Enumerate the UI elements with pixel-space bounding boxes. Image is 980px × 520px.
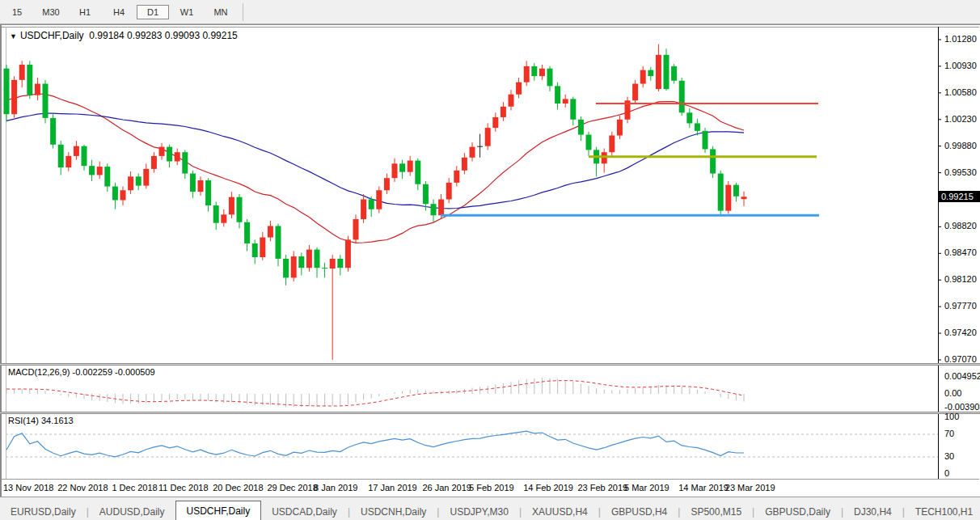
rsi-axis-label: 100 — [944, 412, 959, 421]
date-label: 1 Dec 2018 — [112, 483, 157, 493]
chart-ohlc-values: 0.99184 0.99283 0.99093 0.99215 — [89, 30, 238, 41]
collapse-triangle-icon[interactable]: ▼ — [10, 32, 17, 40]
price-axis-label: 0.97420 — [944, 328, 977, 337]
tab-gbpusd-daily[interactable]: GBPUSD,Daily — [754, 503, 841, 520]
price-axis-label: 1.00230 — [944, 114, 977, 124]
rsi-value: 34.1613 — [41, 416, 74, 425]
price-axis-label: 0.97770 — [944, 301, 977, 311]
tab-eurusd-daily[interactable]: EURUSD,Daily — [0, 503, 87, 520]
toolbar-separator — [243, 3, 243, 21]
trading-platform-window: 15M30H1H4D1W1MN ▼USDCHF,Daily 0.99184 0.… — [0, 0, 980, 520]
tab-usdchf-daily[interactable]: USDCHF,Daily — [175, 501, 262, 520]
timeframe-button-w1[interactable]: W1 — [171, 5, 203, 19]
date-label: 22 Nov 2018 — [57, 483, 108, 493]
tab-usdcad-daily[interactable]: USDCAD,Daily — [261, 503, 348, 520]
date-label: 23 Mar 2019 — [725, 483, 775, 493]
date-label: 11 Dec 2018 — [158, 483, 209, 493]
date-label: 17 Jan 2019 — [368, 483, 417, 493]
tab-dj30-h4[interactable]: DJ30,H4 — [843, 503, 902, 520]
price-axis-label: 0.98120 — [944, 274, 977, 284]
current-price-box: 0.99215 — [939, 191, 980, 202]
date-label: 23 Feb 2019 — [577, 483, 627, 493]
timeframe-button-m30[interactable]: M30 — [35, 5, 67, 19]
date-label: 14 Feb 2019 — [523, 483, 573, 493]
date-label: 29 Dec 2018 — [267, 483, 317, 493]
chart-symbol-label: USDCHF,Daily — [20, 30, 84, 41]
date-label: 14 Mar 2019 — [678, 483, 729, 493]
tab-xauusd-h4[interactable]: XAUUSD,H4 — [522, 503, 598, 520]
price-axis-label: 0.99530 — [944, 167, 977, 177]
chart-tab-bar: EURUSD,Daily|AUDUSD,DailyUSDCHF,DailyUSD… — [0, 497, 980, 520]
macd-pane-splitter[interactable] — [0, 363, 980, 366]
date-label: 5 Mar 2019 — [624, 483, 670, 493]
macd-axis-label: 0.00 — [944, 388, 961, 398]
date-label: 20 Dec 2018 — [213, 483, 263, 493]
rsi-pane-splitter[interactable] — [0, 412, 980, 414]
macd-name: MACD(12,26,9) — [8, 367, 70, 377]
rsi-axis-label: 70 — [944, 429, 954, 438]
macd-values: -0.002259 -0.000509 — [72, 367, 154, 377]
tab-sp500-m15[interactable]: SP500,M15 — [680, 503, 752, 520]
price-axis-label: 0.97070 — [944, 354, 977, 364]
date-label: 26 Jan 2019 — [422, 483, 471, 493]
rsi-name: RSI(14) — [8, 416, 39, 425]
price-axis-label: 0.99880 — [944, 141, 977, 150]
tab-usdcnh-daily[interactable]: USDCNH,Daily — [350, 503, 437, 520]
macd-label: MACD(12,26,9) -0.002259 -0.000509 — [8, 367, 155, 377]
rsi-axis-label: 0 — [944, 468, 949, 478]
date-label: 5 Feb 2019 — [469, 483, 514, 493]
date-label: 13 Nov 2018 — [3, 483, 53, 493]
rsi-axis-label: 30 — [944, 451, 954, 461]
price-axis-label: 1.00930 — [944, 61, 977, 70]
timeframe-button-mn[interactable]: MN — [205, 5, 237, 19]
rsi-label: RSI(14) 34.1613 — [8, 416, 74, 425]
price-axis-label: 0.98470 — [944, 247, 977, 257]
timeframe-toolbar: 15M30H1H4D1W1MN — [0, 0, 980, 24]
timeframe-button-d1[interactable]: D1 — [137, 5, 169, 19]
tab-usdjpy-m30[interactable]: USDJPY,M30 — [439, 503, 518, 520]
tab-audusd-daily[interactable]: AUDUSD,Daily — [89, 503, 175, 520]
price-axis-label: 1.00580 — [944, 87, 977, 97]
price-axis-label: 0.98820 — [944, 221, 977, 230]
chart-title: ▼USDCHF,Daily 0.99184 0.99283 0.99093 0.… — [10, 30, 238, 41]
macd-axis-label: -0.003905 — [944, 402, 980, 412]
timeframe-button-h1[interactable]: H1 — [69, 5, 101, 19]
tab-tech100-h1[interactable]: TECH100,H1 — [905, 503, 980, 520]
timeframe-button-15[interactable]: 15 — [1, 5, 33, 19]
tab-gbpusd-h4[interactable]: GBPUSD,H4 — [601, 503, 678, 520]
timeframe-button-h4[interactable]: H4 — [103, 5, 135, 19]
date-label: 8 Jan 2019 — [314, 483, 357, 493]
chart-window[interactable] — [0, 24, 980, 497]
macd-axis-label: 0.004952 — [944, 371, 980, 381]
price-axis-label: 1.01280 — [944, 34, 977, 44]
